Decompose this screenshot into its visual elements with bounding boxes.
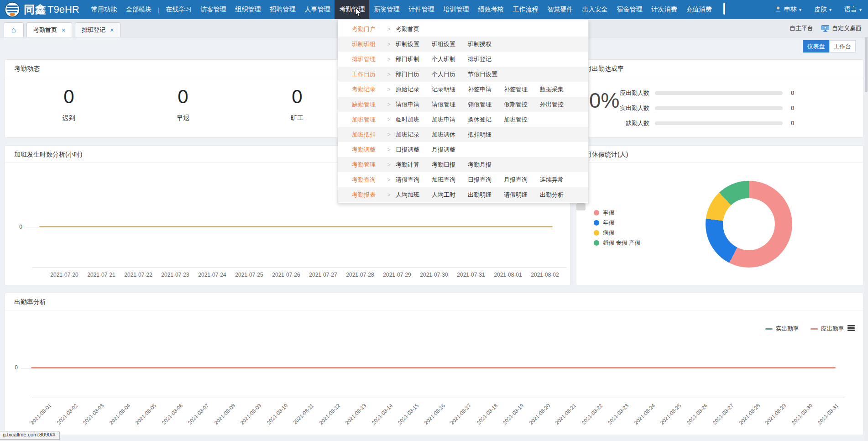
nav-item-计件管理[interactable]: 计件管理 [404,0,439,19]
menu-item-班制设置[interactable]: 班制设置 [396,40,432,48]
menu-item-日报查询[interactable]: 日报查询 [468,176,504,184]
menu-item-记录明细[interactable]: 记录明细 [432,85,468,94]
user-menu[interactable]: 申林 ▾ [774,5,801,14]
menu-group-label[interactable]: 加班抵扣 [352,131,378,139]
menu-item-抵扣明细[interactable]: 抵扣明细 [468,131,504,139]
home-tab[interactable]: ⌂ [4,22,24,37]
legend-item-应出勤率[interactable]: 应出勤率 [810,325,844,333]
nav-item-工作流程[interactable]: 工作流程 [508,0,543,19]
menu-group-label[interactable]: 考勤管理 [352,161,378,169]
legend-item-病假[interactable]: 病假 [594,228,640,238]
custom-desktop-link[interactable]: 自定义桌面 [821,24,862,32]
menu-group-label[interactable]: 排班管理 [352,55,378,63]
menu-item-请假申请[interactable]: 请假申请 [396,100,432,109]
x-tick-label: 2021-08-19 [495,403,524,432]
menu-group-label[interactable]: 考勤调整 [352,146,378,154]
close-icon[interactable]: × [62,27,65,33]
nav-item-智慧硬件[interactable]: 智慧硬件 [543,0,577,19]
chevron-right-icon: > [382,116,396,123]
menu-item-排班登记[interactable]: 排班登记 [468,55,504,63]
menu-item-个人班制[interactable]: 个人班制 [432,55,468,63]
menu-item-加班申请[interactable]: 加班申请 [432,116,468,124]
menu-item-出勤明细[interactable]: 出勤明细 [468,191,504,199]
tab-考勤首页[interactable]: 考勤首页× [26,22,72,37]
menu-item-补签申请[interactable]: 补签申请 [468,85,504,94]
tab-排班登记[interactable]: 排班登记× [75,22,120,37]
menu-item-原始记录[interactable]: 原始记录 [396,85,432,94]
workbench-view-button[interactable]: 工作台 [829,40,856,52]
menu-item-考勤月报[interactable]: 考勤月报 [468,161,504,169]
nav-item-绩效考核[interactable]: 绩效考核 [473,0,508,19]
nav-scroll-handle[interactable] [723,3,725,15]
nav-item-在线学习[interactable]: 在线学习 [161,0,196,19]
language-menu[interactable]: 语言 ▾ [844,5,862,14]
legend-label: 病假 [603,229,614,237]
menu-group-label[interactable]: 考勤门户 [352,25,378,33]
menu-item-日报调整[interactable]: 日报调整 [396,146,432,154]
x-tick-label: 2021-08-23 [600,403,629,432]
menu-item-考勤首页[interactable]: 考勤首页 [396,25,432,33]
required-rate-line-series[interactable] [31,367,836,368]
nav-item-薪资管理[interactable]: 薪资管理 [369,0,404,19]
nav-item-培训管理[interactable]: 培训管理 [439,0,473,19]
menu-group-label[interactable]: 缺勤管理 [352,100,378,109]
menu-item-加班记录[interactable]: 加班记录 [396,131,432,139]
nav-item-考勤管理[interactable]: 考勤管理 [335,0,369,19]
skin-menu[interactable]: 皮肤 ▾ [814,5,831,14]
menu-group-label[interactable]: 考勤记录 [352,85,378,94]
menu-item-请假管理[interactable]: 请假管理 [432,100,468,109]
legend-item-实出勤率[interactable]: 实出勤率 [765,325,799,333]
nav-item-常用功能[interactable]: 常用功能 [87,0,121,19]
menu-item-班制授权[interactable]: 班制授权 [468,40,504,48]
nav-item-出入安全[interactable]: 出入安全 [577,0,612,19]
menu-group-label[interactable]: 加班管理 [352,116,378,124]
legend-item-婚假 丧假 产假[interactable]: 婚假 丧假 产假 [594,238,640,248]
menu-item-假期管控[interactable]: 假期管控 [504,100,540,109]
nav-item-人事管理[interactable]: 人事管理 [300,0,335,19]
menu-group-label[interactable]: 考勤查询 [352,176,378,184]
menu-item-出勤分析[interactable]: 出勤分析 [540,191,576,199]
menu-item-考勤计算[interactable]: 考勤计算 [396,161,432,169]
menu-item-人均加班[interactable]: 人均加班 [396,191,432,199]
close-icon[interactable]: × [110,27,114,33]
nav-item-组织管理[interactable]: 组织管理 [230,0,265,19]
menu-item-换休登记[interactable]: 换休登记 [468,116,504,124]
legend-item-事假[interactable]: 事假 [594,208,640,218]
donut-legend: 事假年假病假婚假 丧假 产假 [594,208,640,248]
menu-group-label[interactable]: 考勤报表 [352,191,378,199]
menu-item-部门日历[interactable]: 部门日历 [396,70,432,79]
menu-item-考勤日报[interactable]: 考勤日报 [432,161,468,169]
menu-item-月报查询[interactable]: 月报查询 [504,176,540,184]
menu-item-销假管理[interactable]: 销假管理 [468,100,504,109]
menu-scroll-thumb[interactable] [576,203,586,210]
chart-toolbox-icon[interactable] [847,325,855,331]
nav-item-宿舍管理[interactable]: 宿舍管理 [612,0,647,19]
dashboard-view-button[interactable]: 仪表盘 [803,40,829,52]
menu-item-班组设置[interactable]: 班组设置 [432,40,468,48]
menu-item-部门班制[interactable]: 部门班制 [396,55,432,63]
menu-item-连续异常[interactable]: 连续异常 [540,176,576,184]
nav-item-招聘管理[interactable]: 招聘管理 [265,0,300,19]
nav-item-充值消费[interactable]: 充值消费 [681,0,716,19]
menu-item-人均工时[interactable]: 人均工时 [432,191,468,199]
menu-group-label[interactable]: 班制班组 [352,40,378,48]
menu-group-label[interactable]: 工作日历 [352,70,378,79]
menu-item-请假查询[interactable]: 请假查询 [396,176,432,184]
menu-item-加班调休[interactable]: 加班调休 [432,131,468,139]
menu-item-加班管控[interactable]: 加班管控 [504,116,540,124]
nav-item-计次消费[interactable]: 计次消费 [647,0,681,19]
self-platform-link[interactable]: 自主平台 [790,24,813,32]
menu-item-临时加班[interactable]: 临时加班 [396,116,432,124]
menu-item-节假日设置[interactable]: 节假日设置 [468,70,504,79]
menu-item-月报调整[interactable]: 月报调整 [432,146,468,154]
legend-item-年假[interactable]: 年假 [594,218,640,228]
menu-item-数据采集[interactable]: 数据采集 [540,85,576,94]
nav-item-全部模块[interactable]: 全部模块 [121,0,156,19]
menu-item-个人日历[interactable]: 个人日历 [432,70,468,79]
menu-item-外出管控[interactable]: 外出管控 [540,100,576,109]
menu-item-补签管理[interactable]: 补签管理 [504,85,540,94]
nav-item-访客管理[interactable]: 访客管理 [196,0,230,19]
menu-item-加班查询[interactable]: 加班查询 [432,176,468,184]
menu-item-请假明细[interactable]: 请假明细 [504,191,540,199]
overtime-line-series[interactable] [39,226,553,227]
